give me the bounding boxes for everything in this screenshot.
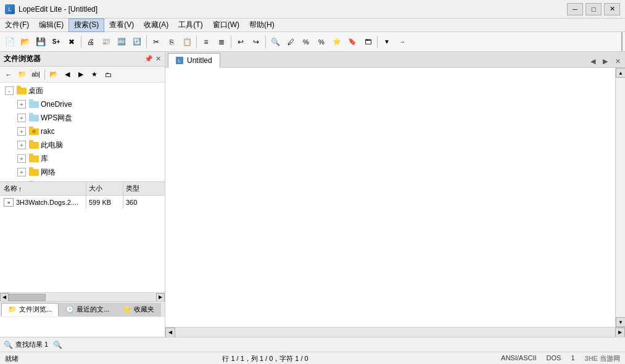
tab-favorites[interactable]: ⭐ 收藏夹 <box>116 303 161 316</box>
toggle-onedrive[interactable]: + <box>17 100 26 109</box>
editor-hscroll-track[interactable] <box>175 328 615 337</box>
tree-item-mypc[interactable]: + 此电脑 <box>0 138 165 152</box>
col-name[interactable]: 名称 ↑ <box>0 182 86 195</box>
redo-button[interactable]: ↪ <box>249 35 263 49</box>
toolbar-btn-3[interactable]: 🔤 <box>114 35 129 49</box>
status-right: ANSI/ASCII DOS 1 3HE 当游网 <box>501 354 620 363</box>
arrow-btn[interactable]: → <box>395 35 410 49</box>
search-results-label: 查找结果 1 <box>15 340 48 349</box>
editor-hscroll[interactable]: ◀ ▶ <box>165 327 625 337</box>
align-right-button[interactable]: ≣ <box>214 35 229 49</box>
star-btn[interactable]: ⭐ <box>329 35 344 49</box>
percent2-btn[interactable]: % <box>314 35 329 49</box>
menu-edit[interactable]: 编辑(E) <box>34 19 68 32</box>
menu-bar: 文件(F) 编辑(E) 搜索(S) 查看(V) 收藏(A) 工具(T) 窗口(W… <box>0 19 625 32</box>
search-icon2: 🔍 <box>53 341 62 349</box>
toggle-wps[interactable]: + <box>17 114 26 122</box>
toggle-rakc[interactable]: + <box>17 127 26 136</box>
menu-help[interactable]: 帮助(H) <box>244 19 279 32</box>
editor-panel: L Untitled ◀ ▶ ✕ ▲ ▼ ◀ <box>165 52 625 337</box>
toggle-desktop[interactable]: - <box>5 86 14 95</box>
menu-window[interactable]: 窗口(W) <box>208 19 244 32</box>
toolbar-separator-6 <box>377 36 378 48</box>
dropdown-btn[interactable]: ▼ <box>379 35 394 49</box>
search-btn[interactable]: 🔍 <box>268 35 283 49</box>
tree-label-rakc: rakc <box>41 127 55 136</box>
toggle-lib[interactable]: + <box>17 154 26 163</box>
menu-search[interactable]: 搜索(S) <box>68 19 104 32</box>
minimize-button[interactable]: ─ <box>567 3 583 15</box>
toolbar-separator-4 <box>231 36 231 48</box>
window-btn[interactable]: 🗔 <box>360 35 375 49</box>
tree-item-onedrive[interactable]: + OneDrive <box>0 97 165 111</box>
file-list-area[interactable]: 名称 ↑ 大小 类型 ≡ 3H3Watch.Dogs.2.... 599 KB <box>0 181 165 292</box>
undo-button[interactable]: ↩ <box>233 35 248 49</box>
paste-button[interactable]: 📋 <box>180 35 194 49</box>
tree-item-rakc[interactable]: + rakc <box>0 125 165 138</box>
hscroll-thumb[interactable] <box>9 294 156 301</box>
hscroll-right[interactable]: ▶ <box>156 293 165 302</box>
menu-view[interactable]: 查看(V) <box>104 19 139 32</box>
browse-btn[interactable]: 📂 <box>48 68 60 81</box>
print-preview-button[interactable]: 📰 <box>99 35 114 49</box>
cut-button[interactable]: ✂ <box>149 35 163 49</box>
tab-close-button[interactable]: ✕ <box>613 56 623 66</box>
highlight-btn[interactable]: % <box>299 35 313 49</box>
tab-file-browser[interactable]: 📁 文件浏览... <box>1 303 59 316</box>
toolbar-btn-4[interactable]: 🔃 <box>130 35 144 49</box>
editor-hscroll-right[interactable]: ▶ <box>615 328 625 337</box>
bookmark-btn[interactable]: 🔖 <box>345 35 360 49</box>
panel-close-button[interactable]: ✕ <box>155 55 161 63</box>
vscroll-up[interactable]: ▲ <box>616 68 625 78</box>
editor-tab-untitled[interactable]: L Untitled <box>168 53 220 68</box>
tree-item-lib[interactable]: + 库 <box>0 152 165 165</box>
toggle-mypc[interactable]: + <box>17 141 26 149</box>
vscroll-track[interactable] <box>616 78 625 317</box>
tab-recent[interactable]: 🕒 最近的文... <box>59 303 116 316</box>
maximize-button[interactable]: □ <box>586 3 602 15</box>
bookmark-btn2[interactable]: ★ <box>88 68 101 81</box>
save-button[interactable]: 💾 <box>33 35 48 49</box>
col-size[interactable]: 大小 <box>86 182 123 195</box>
close-button[interactable]: ✕ <box>604 3 620 15</box>
tree-item-desktop[interactable]: - 桌面 <box>0 84 165 97</box>
nav-next-btn[interactable]: ▶ <box>75 68 87 81</box>
tab-next-button[interactable]: ▶ <box>600 56 610 66</box>
print-button[interactable]: 🖨 <box>83 35 98 49</box>
nav-prev-btn[interactable]: ◀ <box>61 68 73 81</box>
status-zoom: 1 <box>571 354 574 363</box>
file-row[interactable]: ≡ 3H3Watch.Dogs.2.... 599 KB 360 <box>0 196 165 209</box>
align-left-button[interactable]: ≡ <box>199 35 213 49</box>
tab-prev-button[interactable]: ◀ <box>588 56 598 66</box>
hscroll-left[interactable]: ◀ <box>0 293 9 302</box>
menu-tools[interactable]: 工具(T) <box>173 19 207 32</box>
editor-hscroll-left[interactable]: ◀ <box>165 328 175 337</box>
tree-label-network: 网络 <box>41 167 56 178</box>
fwd-folder-button[interactable]: 📁 <box>16 68 28 81</box>
search-icon: 🔍 <box>4 341 13 349</box>
panel-pin-button[interactable]: 📌 <box>144 55 153 63</box>
svg-rect-5 <box>29 113 33 116</box>
tree-label-lib: 库 <box>41 154 48 164</box>
file-hscroll[interactable]: ◀ ▶ <box>0 292 165 301</box>
open-button[interactable]: 📂 <box>18 35 33 49</box>
vscroll-down[interactable]: ▼ <box>616 317 625 327</box>
tree-item-wps[interactable]: + WPS网盘 <box>0 111 165 125</box>
menu-file[interactable]: 文件(F) <box>0 19 34 32</box>
marker-btn[interactable]: 🖊 <box>283 35 298 49</box>
new-button[interactable]: 📄 <box>2 35 17 49</box>
editor-content[interactable]: ▲ ▼ <box>165 68 625 327</box>
menu-favorites[interactable]: 收藏(A) <box>139 19 173 32</box>
back-button[interactable]: ← <box>2 68 15 81</box>
tree-area[interactable]: - 桌面 + OneDrive <box>0 83 165 181</box>
saveall-button[interactable]: S+ <box>49 35 64 49</box>
copy-button[interactable]: ⎘ <box>164 35 179 49</box>
editor-vscroll[interactable]: ▲ ▼ <box>615 68 625 327</box>
col-type[interactable]: 类型 <box>123 182 148 195</box>
tree-item-network[interactable]: + 网络 <box>0 165 165 179</box>
svg-rect-10 <box>29 140 33 143</box>
browse2-btn[interactable]: 🗀 <box>102 68 114 81</box>
closedoc-button[interactable]: ✖ <box>64 35 79 49</box>
up-button[interactable]: ab| <box>30 68 42 81</box>
toggle-network[interactable]: + <box>17 168 26 176</box>
